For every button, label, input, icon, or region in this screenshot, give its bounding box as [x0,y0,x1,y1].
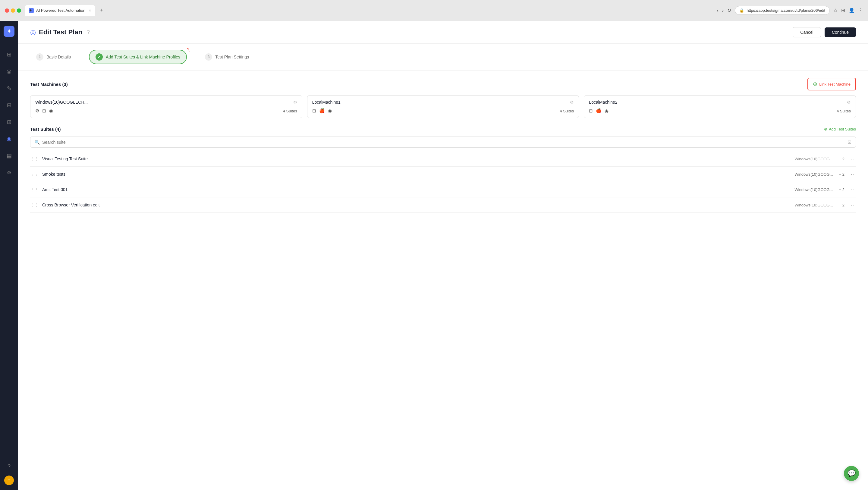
app-logo[interactable]: ✦ [4,26,14,37]
sidebar-item-activity[interactable]: ◎ [4,66,14,77]
machine-card-1: Windows(10)GOOGLECH... ⚙ ⚙ ⊞ ◉ 4 Suites [30,95,302,118]
search-bar: 🔍 ⊡ [30,136,856,148]
search-input[interactable] [42,140,845,145]
machine-2-settings-icon[interactable]: ⚙ [570,100,574,104]
sidebar-item-test[interactable]: ◉ [4,133,14,144]
machines-section-header: Test Machines (3) ⊕ Link Test Machine [30,78,856,90]
machine-2-name: LocalMachine1 [312,100,341,104]
suite-4-machine: Windows(10)GOOG... [795,203,833,207]
tab-title: AI Powered Test Automation [36,8,85,13]
content-area: Test Machines (3) ⊕ Link Test Machine Wi… [18,70,868,490]
close-button[interactable] [5,8,9,13]
address-bar[interactable]: 🔒 https://app.testsigma.com/ui/td/plans/… [735,6,830,15]
windows-icon: ⊞ [42,108,46,114]
chrome-icon-3: ◉ [604,108,609,114]
machine-3-settings-icon[interactable]: ⚙ [847,100,851,104]
suite-row-1: ⋮⋮ Visual Testing Test Suite Windows(10)… [30,151,856,167]
machine-1-settings-icon[interactable]: ⚙ [293,100,297,104]
suite-2-more-button[interactable]: ⋯ [850,171,856,178]
tab-favicon: ✦ [29,8,34,13]
cancel-button[interactable]: Cancel [793,27,821,37]
lock-icon: 🔒 [739,8,744,13]
machine-3-icons: ⊟ 🍎 ◉ [589,108,609,114]
wizard-step-3[interactable]: 3 Test Plan Settings [199,50,255,64]
step-1-label: Basic Details [46,55,71,59]
tab-bar: ✦ AI Powered Test Automation × + [25,5,713,16]
main-content: ◎ Edit Test Plan ? Cancel Continue 1 Bas… [18,21,868,490]
machine-1-name: Windows(10)GOOGLECH... [35,100,88,104]
sidebar-item-settings[interactable]: ⚙ [4,167,14,178]
suite-1-extra: + 2 [839,157,844,161]
profile-button[interactable]: 👤 [849,7,855,13]
avatar[interactable]: T [4,476,14,485]
maximize-button[interactable] [17,8,21,13]
drag-handle-1[interactable]: ⋮⋮ [30,156,38,161]
suite-3-extra: + 2 [839,187,844,192]
menu-button[interactable]: ⋮ [858,7,863,13]
page-header: ◎ Edit Test Plan ? Cancel Continue [18,21,868,44]
bookmark-button[interactable]: ☆ [833,7,838,13]
wizard-step-1[interactable]: 1 Basic Details [30,50,77,64]
plus-icon: ⊕ [824,127,827,131]
link-test-machine-button[interactable]: ⊕ Link Test Machine [807,78,856,90]
back-button[interactable]: ‹ [717,8,718,13]
new-tab-button[interactable]: + [98,7,106,13]
drag-handle-4[interactable]: ⋮⋮ [30,203,38,207]
monitor-icon: ⊟ [312,108,316,114]
step-2-num: ✓ [96,53,103,61]
browser-chrome: ✦ AI Powered Test Automation × + ‹ › ↻ 🔒… [0,0,868,21]
apple-icon-2: 🍎 [596,108,601,114]
step-connector-2 [187,57,199,57]
sidebar-item-edit[interactable]: ✎ [4,83,14,94]
suites-title: Test Suites (4) [30,127,61,132]
chat-fab[interactable]: 💬 [844,466,859,481]
add-test-suites-button[interactable]: ⊕ Add Test Suites [824,127,856,131]
suite-3-more-button[interactable]: ⋯ [850,186,856,193]
active-tab[interactable]: ✦ AI Powered Test Automation × [25,5,95,16]
step-3-num: 3 [205,53,212,61]
machine-card-2-footer: ⊟ 🍎 ◉ 4 Suites [312,108,574,114]
forward-button[interactable]: › [722,8,724,13]
extensions-button[interactable]: ⊞ [841,7,845,13]
suite-1-more-button[interactable]: ⋯ [850,155,856,162]
sidebar-item-report[interactable]: ▤ [4,150,14,161]
machine-1-icons: ⚙ ⊞ ◉ [35,108,53,114]
sidebar-divider [4,43,13,43]
minimize-button[interactable] [11,8,15,13]
step-connector-1 [77,57,89,57]
plus-dot-icon: ⊕ [813,81,817,87]
suite-3-machine: Windows(10)GOOG... [795,187,833,192]
apple-icon: 🍎 [319,108,325,114]
drag-handle-3[interactable]: ⋮⋮ [30,187,38,192]
machine-card-3: LocalMachine2 ⚙ ⊟ 🍎 ◉ 4 Suites [584,95,856,118]
refresh-button[interactable]: ↻ [727,7,731,13]
page-title: Edit Test Plan [39,28,82,36]
suite-3-name: Amit Test 001 [42,187,791,192]
step-2-label: Add Test Suites & Link Machine Profiles [106,55,180,59]
wizard-steps: 1 Basic Details ✓ Add Test Suites & Link… [18,44,868,70]
machine-cards: Windows(10)GOOGLECH... ⚙ ⚙ ⊞ ◉ 4 Suites [30,95,856,118]
suite-4-name: Cross Browser Verification edit [42,203,791,207]
suite-4-more-button[interactable]: ⋯ [850,202,856,208]
machine-1-suites: 4 Suites [283,109,297,113]
sidebar-item-dashboard[interactable]: ⊞ [4,49,14,60]
monitor-icon-2: ⊟ [589,108,593,114]
sidebar-item-grid[interactable]: ⊞ [4,117,14,127]
sidebar-item-help[interactable]: ? [4,461,14,472]
machine-card-2-header: LocalMachine1 ⚙ [312,100,574,104]
tab-close-button[interactable]: × [89,8,91,13]
suite-4-extra: + 2 [839,203,844,207]
suite-1-machine: Windows(10)GOOG... [795,157,833,161]
chrome-icon: ◉ [49,108,53,114]
machine-3-name: LocalMachine2 [589,100,617,104]
suite-row-4: ⋮⋮ Cross Browser Verification edit Windo… [30,197,856,213]
machines-title: Test Machines (3) [30,82,68,87]
import-icon[interactable]: ⊡ [847,139,851,145]
sidebar-item-folder[interactable]: ⊟ [4,100,14,111]
settings-icon: ⚙ [35,108,39,114]
help-icon[interactable]: ? [87,30,90,35]
drag-handle-2[interactable]: ⋮⋮ [30,172,38,177]
wizard-step-2[interactable]: ✓ Add Test Suites & Link Machine Profile… [89,50,187,64]
continue-button[interactable]: Continue [825,27,856,37]
arrow-indicator: ↑ [185,45,192,54]
